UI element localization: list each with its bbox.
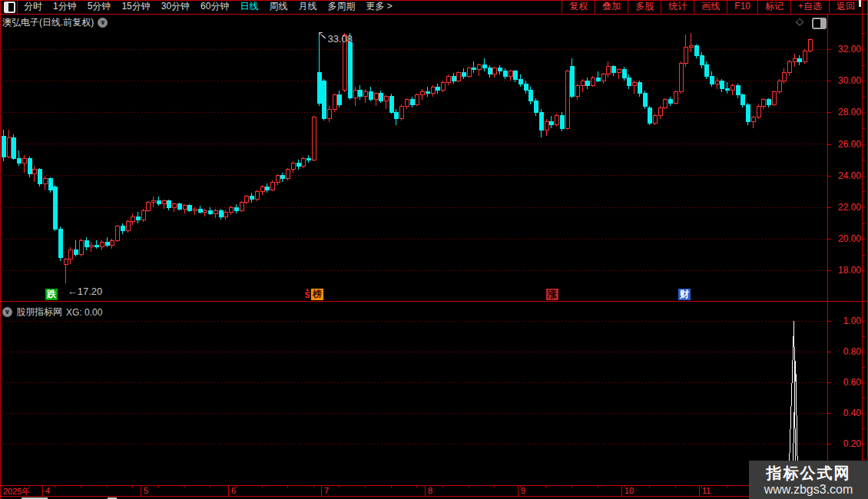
event-marker-跌[interactable]: 跌 xyxy=(45,289,58,300)
menu-item-30分钟[interactable]: 30分钟 xyxy=(156,0,195,13)
menu-item-统计[interactable]: 统计 xyxy=(661,0,694,13)
watermark-url: www.zbgs3.com xyxy=(764,482,853,497)
menu-item-更多 >[interactable]: 更多 > xyxy=(360,0,397,13)
menu-item-+自选[interactable]: +自选 xyxy=(790,0,829,13)
menu-item-1分钟[interactable]: 1分钟 xyxy=(48,0,82,13)
axis-tick xyxy=(863,33,865,34)
event-marker-涨[interactable]: 涨 xyxy=(546,289,558,300)
axis-tick xyxy=(828,176,831,177)
week-tick xyxy=(287,485,288,487)
week-tick xyxy=(727,485,727,487)
menu-item-月线[interactable]: 月线 xyxy=(293,0,322,13)
week-tick xyxy=(365,485,366,487)
week-tick xyxy=(236,485,237,487)
axis-tick xyxy=(828,321,831,322)
axis-tick xyxy=(828,144,831,145)
price-tick-label: 26.00 xyxy=(829,139,861,150)
axis-tick xyxy=(863,239,865,240)
menu-item-多周期[interactable]: 多周期 xyxy=(322,0,360,13)
menu-item-60分钟[interactable]: 60分钟 xyxy=(195,0,234,13)
event-marker-财[interactable]: 财 xyxy=(678,289,691,300)
menu-item-画线[interactable]: 画线 xyxy=(694,0,727,13)
sell-signal-icon[interactable]: ▲S xyxy=(303,287,311,299)
week-tick xyxy=(598,485,598,487)
event-marker-榜[interactable]: 榜 xyxy=(311,289,323,300)
week-tick xyxy=(624,485,624,487)
month-label: 4 xyxy=(45,486,50,495)
menu-item-5分钟[interactable]: 5分钟 xyxy=(82,0,117,13)
axis-tick xyxy=(863,65,865,66)
week-tick xyxy=(571,485,572,487)
month-boundary-line xyxy=(228,485,229,496)
menu-item-分时[interactable]: 分时 xyxy=(18,0,48,13)
menu-item-多股[interactable]: 多股 xyxy=(628,0,661,13)
axis-tick xyxy=(863,207,865,208)
axis-tick xyxy=(863,97,865,97)
axis-tick xyxy=(828,239,831,240)
axis-tick xyxy=(863,128,865,129)
week-tick xyxy=(313,485,314,487)
week-tick xyxy=(210,485,210,487)
watermark: 指标公式网 www.zbgs3.com xyxy=(749,461,868,499)
price-tick-label: 20.00 xyxy=(829,233,861,244)
month-label: 11 xyxy=(702,486,711,495)
period-menu: 分时1分钟5分钟15分钟30分钟60分钟日线周线月线多周期更多 > xyxy=(18,0,398,13)
axis-tick xyxy=(828,444,831,444)
axis-tick xyxy=(863,428,865,429)
month-boundary-line xyxy=(42,485,43,496)
axis-tick xyxy=(863,144,865,145)
watermark-title: 指标公式网 xyxy=(767,464,851,482)
week-tick xyxy=(29,485,30,487)
week-tick xyxy=(158,485,159,487)
indicator-tick-label: 1.00 xyxy=(829,316,861,326)
month-boundary-line xyxy=(425,485,426,496)
menu-item-复权[interactable]: 复权 xyxy=(562,0,595,13)
month-label: 8 xyxy=(428,486,432,495)
axis-tick xyxy=(828,207,831,208)
week-tick xyxy=(520,485,521,487)
price-tick-label: 30.00 xyxy=(829,75,861,86)
week-tick xyxy=(55,485,55,487)
month-boundary-line xyxy=(621,485,622,496)
axis-tick xyxy=(863,459,865,460)
axis-tick xyxy=(863,382,865,383)
main-candlestick-chart[interactable]: 33.08←17.20 xyxy=(0,14,827,301)
axis-tick xyxy=(863,81,865,81)
menu-item-叠加[interactable]: 叠加 xyxy=(595,0,628,13)
indicator-tick-label: 0.40 xyxy=(829,408,861,418)
axis-tick xyxy=(863,352,865,352)
menu-bar: 分时1分钟5分钟15分钟30分钟60分钟日线周线月线多周期更多 > 复权叠加多股… xyxy=(0,0,868,13)
tools-menu: 复权叠加多股统计画线F10标记+自选返回 xyxy=(562,0,863,13)
axis-tick xyxy=(863,398,865,398)
axis-right-divider xyxy=(862,0,863,499)
week-tick xyxy=(391,485,392,487)
edge-scroll-icon[interactable] xyxy=(859,0,861,7)
menu-item-周线[interactable]: 周线 xyxy=(263,0,293,13)
month-boundary-line xyxy=(141,485,141,496)
axis-tick xyxy=(863,367,865,368)
week-tick xyxy=(3,485,4,487)
week-tick xyxy=(262,485,263,487)
axis-tick xyxy=(828,81,831,81)
week-tick xyxy=(184,485,185,487)
week-tick xyxy=(81,485,81,487)
svg-text:33.08: 33.08 xyxy=(328,33,353,45)
week-tick xyxy=(701,485,702,487)
month-boundary-line xyxy=(699,485,700,496)
axis-tick xyxy=(828,112,831,113)
axis-tick xyxy=(828,352,831,352)
week-tick xyxy=(416,485,417,487)
month-boundary-line xyxy=(321,485,322,496)
menu-item-日线[interactable]: 日线 xyxy=(234,0,263,13)
price-tick-label: 18.00 xyxy=(829,265,861,276)
menu-item-15分钟[interactable]: 15分钟 xyxy=(116,0,155,13)
axis-tick xyxy=(863,255,865,256)
menu-item-F10[interactable]: F10 xyxy=(727,0,757,13)
chart-axis-divider xyxy=(827,14,828,496)
indicator-tick-label: 0.80 xyxy=(829,346,861,357)
menu-item-返回[interactable]: 返回 xyxy=(829,0,863,13)
week-tick xyxy=(132,485,133,487)
toolbar-toggle-button[interactable] xyxy=(0,0,17,13)
indicator-chart[interactable] xyxy=(0,302,827,485)
menu-item-标记[interactable]: 标记 xyxy=(757,0,790,13)
